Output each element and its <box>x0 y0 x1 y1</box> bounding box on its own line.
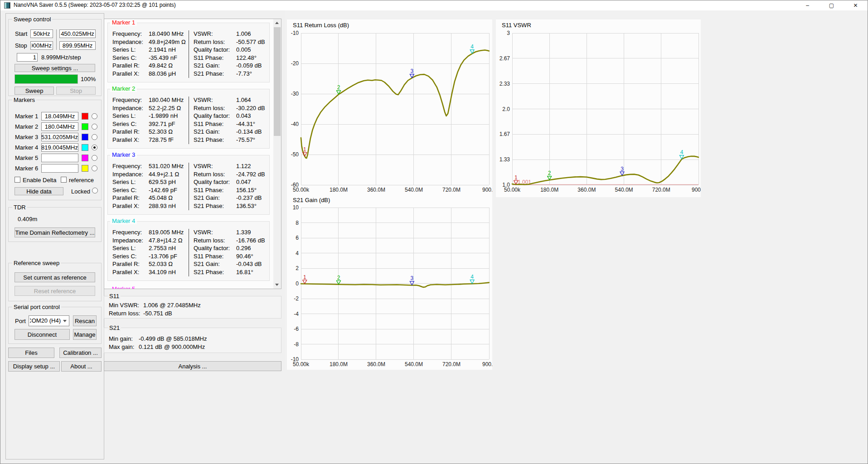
s11-vswr-chart[interactable]: S11 VSWR32.672.332.01.671.331.050.00k180… <box>496 19 701 197</box>
hide-data-button[interactable]: Hide data <box>15 187 63 195</box>
sweep-stop-input[interactable] <box>30 41 53 50</box>
chart-canvas[interactable]: -10-20-30-40-50-6050.00k180.0M360.0M540.… <box>287 19 492 197</box>
svg-text:3: 3 <box>621 166 624 172</box>
port-label: Port <box>15 318 26 324</box>
chart-marker: 4 <box>680 149 684 159</box>
svg-text:540.0M: 540.0M <box>405 187 423 193</box>
marker-color-swatch[interactable] <box>82 134 88 140</box>
marker-color-swatch[interactable] <box>82 165 88 172</box>
marker-frequency-input[interactable] <box>41 143 78 152</box>
svg-text:-6: -6 <box>294 326 299 332</box>
marker-select-radio[interactable] <box>92 155 97 161</box>
display-setup-button[interactable]: Display setup ... <box>8 361 60 372</box>
sweep-settings-button[interactable]: Sweep settings ... <box>15 64 95 72</box>
rescan-button[interactable]: Rescan <box>73 315 97 326</box>
marker-frequency-input[interactable] <box>41 112 78 121</box>
reference-checkbox[interactable] <box>61 177 67 183</box>
chart-canvas[interactable]: 32.672.332.01.671.331.050.00k180.0M360.0… <box>496 19 701 197</box>
marker-detail-left-column: Frequency:819.005 MHzImpedance:47.8+j14.… <box>112 229 189 276</box>
marker-select-radio[interactable] <box>92 165 97 171</box>
marker-select-radio[interactable] <box>92 124 97 130</box>
s21-gain-chart[interactable]: S21 Gain (dB)1086420-2-4-6-8-1050.00k180… <box>287 194 492 370</box>
marker-select-radio[interactable] <box>92 134 97 140</box>
segments-input[interactable] <box>17 53 38 62</box>
marker-frequency-input[interactable] <box>41 154 78 162</box>
scrollbar[interactable] <box>273 19 281 289</box>
port-combobox[interactable]: COM20 (H4) <box>29 315 69 326</box>
detail-value: 392.71 pF <box>149 121 175 129</box>
disconnect-button[interactable]: Disconnect <box>15 329 70 340</box>
s11-min-vswr-row: Min VSWR: 1.006 @ 27.0485MHz <box>109 302 201 309</box>
marker-select-radio[interactable] <box>92 145 97 150</box>
detail-label: Quality factor: <box>194 179 236 187</box>
scroll-up-button[interactable] <box>273 19 281 27</box>
s11-min-vswr-label: Min VSWR: <box>109 302 143 309</box>
disconnect-label: Disconnect <box>28 331 57 338</box>
sweep-span-input[interactable] <box>59 41 96 50</box>
analysis-label: Analysis ... <box>179 363 207 370</box>
detail-row: S21 Phase:16.81° <box>194 269 267 277</box>
locked-radio[interactable] <box>92 188 98 193</box>
detail-row: Impedance:47.8+j14.2 Ω <box>112 237 189 245</box>
calibration-button[interactable]: Calibration ... <box>59 348 102 358</box>
detail-label: Impedance: <box>112 105 149 113</box>
minimize-button[interactable]: – <box>795 0 820 10</box>
hide-data-label: Hide data <box>26 188 52 195</box>
detail-row: Series L:2.7553 nH <box>112 245 189 253</box>
marker-detail-block: Marker 1Frequency:18.0490 MHzImpedance:4… <box>107 23 270 82</box>
grid <box>301 33 490 185</box>
close-button[interactable]: ✕ <box>844 0 868 10</box>
svg-text:2: 2 <box>337 275 340 281</box>
display-setup-label: Display setup ... <box>13 363 55 370</box>
detail-value: 0.005 <box>236 46 251 54</box>
reference-sweep-title: Reference sweep <box>12 260 61 266</box>
files-button[interactable]: Files <box>8 348 54 358</box>
marker-frequency-input[interactable] <box>41 164 78 173</box>
enable-delta-checkbox[interactable] <box>15 177 20 183</box>
marker-color-swatch[interactable] <box>82 144 88 151</box>
detail-row: Frequency:18.0490 MHz <box>112 30 189 39</box>
svg-text:540.0M: 540.0M <box>405 361 423 367</box>
detail-value: 1.339 <box>236 229 251 237</box>
about-button[interactable]: About ... <box>61 361 102 372</box>
sweep-button[interactable]: Sweep <box>15 87 54 95</box>
svg-text:360.0M: 360.0M <box>577 187 596 193</box>
detail-row: Parallel X:88.036 μH <box>112 70 189 78</box>
about-label: About ... <box>70 363 92 370</box>
detail-label: Frequency: <box>112 30 149 39</box>
maximize-button[interactable]: ▢ <box>820 0 844 10</box>
scrollbar-thumb[interactable] <box>274 27 281 136</box>
manage-button[interactable]: Manage <box>73 329 97 340</box>
reset-reference-button[interactable]: Reset reference <box>15 286 95 296</box>
detail-row: Quality factor:0.047 <box>194 179 267 187</box>
analysis-button[interactable]: Analysis ... <box>104 361 281 371</box>
svg-text:2: 2 <box>337 84 340 91</box>
detail-label: S21 Phase: <box>194 136 236 145</box>
grid <box>301 208 490 360</box>
sweep-center-input[interactable] <box>59 29 96 38</box>
chart-marker: 3 <box>620 166 624 176</box>
detail-row: Frequency:819.005 MHz <box>112 229 189 237</box>
titlebar: NanoVNA Saver 0.5.5 (Sweep: 2023-05-07 2… <box>0 0 868 10</box>
stop-button[interactable]: Stop <box>56 87 96 95</box>
marker-frequency-input[interactable] <box>41 122 78 131</box>
s11-return-loss-chart[interactable]: S11 Return Loss (dB)-10-20-30-40-50-6050… <box>287 19 492 197</box>
marker-select-radio[interactable] <box>92 113 97 119</box>
detail-label: S21 Gain: <box>194 128 236 136</box>
window-title: NanoVNA Saver 0.5.5 (Sweep: 2023-05-07 2… <box>14 2 176 8</box>
marker-color-swatch[interactable] <box>82 123 88 130</box>
tdr-button[interactable]: Time Domain Reflectometry ... <box>15 227 95 237</box>
sweep-start-input[interactable] <box>30 29 53 38</box>
detail-row: VSWR:1.006 <box>194 30 267 39</box>
scroll-down-button[interactable] <box>273 281 281 289</box>
marker-color-swatch[interactable] <box>82 113 88 120</box>
marker-color-swatch[interactable] <box>82 155 88 161</box>
svg-text:3: 3 <box>411 275 414 281</box>
marker-row: Marker 1 <box>9 112 102 121</box>
set-reference-button[interactable]: Set current as reference <box>15 272 95 282</box>
chart-canvas[interactable]: 1086420-2-4-6-8-1050.00k180.0M360.0M540.… <box>287 194 492 370</box>
maximize-icon: ▢ <box>829 2 834 9</box>
marker-frequency-input[interactable] <box>41 133 78 141</box>
detail-row: Series C:-35.439 nF <box>112 54 189 63</box>
svg-text:180.0M: 180.0M <box>330 187 348 193</box>
